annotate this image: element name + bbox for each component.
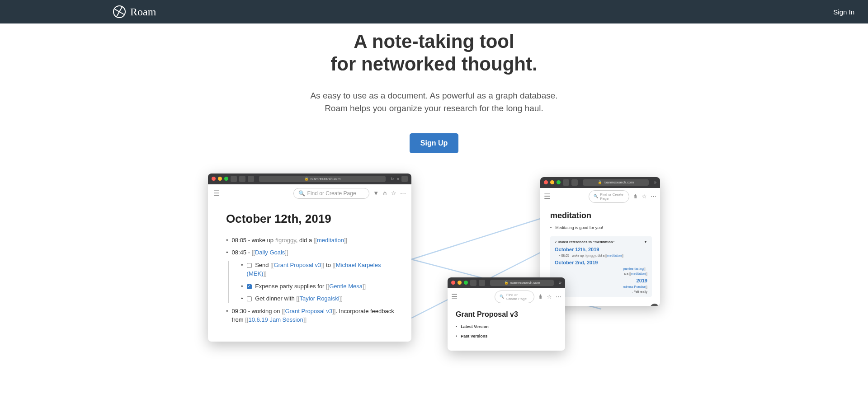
bullet: • 09:30 - working on [[Grant Proposal v3… (226, 307, 398, 324)
top-nav: Roam Sign In (0, 0, 868, 23)
ref-fragment: pamine fasting]] - (559, 267, 647, 270)
star-icon[interactable]: ☆ (391, 190, 396, 197)
hamburger-icon[interactable]: ☰ (213, 189, 220, 197)
filter-icon[interactable]: ▼ (373, 190, 379, 197)
app-toolbar: ☰ 🔍 Find or Create Page ⋔ ☆ ⋯ (448, 288, 565, 306)
tag-groggy[interactable]: #groggy (275, 237, 296, 244)
page-title: October 12th, 2019 (226, 212, 398, 226)
ref-fragment: ndness Practice]] (559, 285, 647, 288)
star-icon[interactable]: ☆ (547, 293, 552, 300)
sign-up-button[interactable]: Sign Up (410, 133, 458, 153)
hero: A note-taking tool for networked thought… (0, 23, 868, 153)
link-grant-proposal[interactable]: Grant Proposal v3 (274, 262, 321, 268)
fwd-icon (239, 176, 245, 182)
linked-ref-header: 7 linked references to "meditation" (555, 240, 615, 244)
chevron-icon: » (396, 176, 399, 181)
bullet: • 08:45 - [[Daily Goals]] (226, 248, 398, 257)
ref-fragment: . Felt really (559, 290, 647, 293)
bullet: • Get dinner with [[Taylor Rogalski]] (241, 294, 398, 303)
bullet: •Meditating is good for you! (550, 225, 652, 231)
sign-in-link[interactable]: Sign In (833, 8, 854, 16)
screenshot-main-window: 🔒 roamresearch.com ↻ » ☰ 🔍 Find or Creat… (208, 174, 411, 342)
link-jam-session[interactable]: 10.6.19 Jam Session (248, 316, 303, 323)
search-input[interactable]: 🔍 Find or Create Page (589, 190, 630, 203)
ref-line: • 08:05 - woke up #groggy, did a [[medit… (559, 254, 647, 257)
more-icon[interactable]: ⋯ (556, 293, 561, 300)
bullets: • 08:05 - woke up #groggy, did a [[medit… (226, 236, 398, 324)
filter-icon[interactable]: ▼ (644, 240, 647, 244)
search-placeholder: Find or Create Page (307, 190, 356, 197)
graph-icon[interactable]: ⋔ (382, 190, 387, 197)
reload-icon: ↻ (391, 177, 394, 181)
graph-icon[interactable]: ⋔ (633, 193, 638, 200)
bullet: • Send [[Grant Proposal v3]] to [[Michae… (241, 261, 398, 278)
roam-logo-icon (113, 5, 126, 18)
screenshot-grant-window: 🔒 roamresearch.com » ☰ 🔍 Find or Create … (448, 277, 565, 351)
link-taylor[interactable]: Taylor Rogalski (299, 295, 339, 302)
checkbox[interactable] (247, 296, 252, 301)
subheadline: As easy to use as a document. As powerfu… (0, 89, 868, 115)
star-icon[interactable]: ☆ (642, 193, 647, 200)
sidebar-icon (248, 176, 254, 182)
back-icon (231, 176, 237, 182)
headline: A note-taking tool for networked thought… (0, 30, 868, 76)
titlebar: 🔒 roamresearch.com ↻ » (208, 174, 411, 184)
graph-icon[interactable]: ⋔ (538, 293, 543, 300)
url-bar: 🔒 roamresearch.com (259, 176, 386, 182)
bullet: •Past Versions (456, 333, 559, 340)
headline-line-1: A note-taking tool (354, 31, 514, 52)
ref-date[interactable]: October 2nd, 2019 (555, 260, 647, 265)
ref-fragment: s a [[meditation]] (559, 272, 647, 275)
link-daily-goals[interactable]: Daily Goals (255, 249, 285, 256)
subhead-line-1: As easy to use as a document. As powerfu… (310, 91, 557, 100)
search-icon: 🔍 (298, 190, 305, 197)
bullet: •Latest Version (456, 324, 559, 330)
headline-line-2: for networked thought. (330, 53, 537, 75)
hamburger-icon[interactable]: ☰ (451, 292, 458, 301)
titlebar: 🔒 roamresearch.com » (540, 177, 660, 188)
page-title: Grant Proposal v3 (456, 310, 559, 319)
link-meditation[interactable]: meditation (317, 237, 344, 244)
link-gentle-mesa[interactable]: Gentle Mesa (329, 283, 363, 290)
more-icon[interactable]: ⋯ (651, 193, 656, 200)
subhead-line-2: Roam helps you organize your research fo… (325, 103, 543, 113)
app-toolbar: ☰ 🔍 Find or Create Page ▼ ⋔ ☆ ⋯ (208, 184, 411, 203)
brand-name: Roam (130, 6, 156, 18)
hamburger-icon[interactable]: ☰ (544, 192, 550, 201)
add-tab-icon (401, 176, 408, 182)
ref-date[interactable]: October 12th, 2019 (555, 247, 647, 252)
linked-references: 7 linked references to "meditation"▼ Oct… (550, 236, 652, 297)
checkbox[interactable] (247, 263, 252, 268)
bullet: • Expense party supplies for [[Gentle Me… (241, 282, 398, 291)
bullet: • 08:05 - woke up #groggy, did a [[medit… (226, 236, 398, 245)
search-input[interactable]: 🔍 Find or Create Page (293, 188, 370, 199)
app-toolbar: ☰ 🔍 Find or Create Page ⋔ ☆ ⋯ (540, 188, 660, 206)
titlebar: 🔒 roamresearch.com » (448, 277, 565, 288)
svg-line-0 (411, 219, 540, 259)
page-body: October 12th, 2019 • 08:05 - woke up #gr… (208, 203, 411, 342)
more-icon[interactable]: ⋯ (400, 190, 406, 197)
brand[interactable]: Roam (113, 5, 156, 18)
link-grant-proposal[interactable]: Grant Proposal v3 (285, 308, 332, 314)
ref-date-fragment: 2019 (555, 278, 647, 283)
screenshot-stage: 🔒 roamresearch.com ↻ » ☰ 🔍 Find or Creat… (208, 174, 660, 377)
checkbox-checked[interactable] (247, 284, 252, 289)
page-body: Grant Proposal v3 •Latest Version •Past … (448, 306, 565, 351)
page-title: meditation (550, 211, 652, 220)
search-input[interactable]: 🔍 Find or Create Page (495, 291, 534, 303)
